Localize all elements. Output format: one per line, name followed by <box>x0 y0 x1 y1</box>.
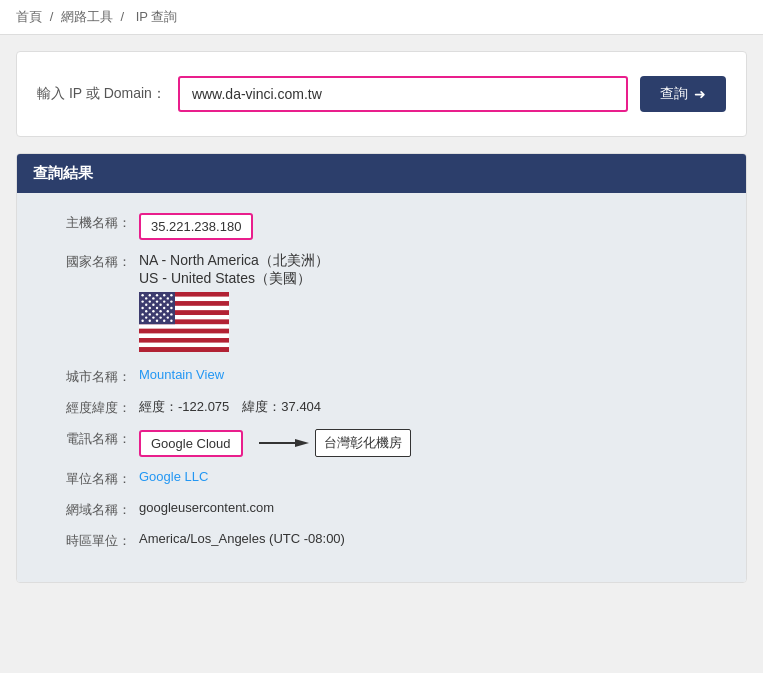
results-body: 主機名稱： 35.221.238.180 國家名稱： NA - North Am… <box>17 193 746 582</box>
domain-row: 網域名稱： googleusercontent.com <box>41 500 722 519</box>
country-text-line2: US - United States（美國） <box>139 270 329 288</box>
svg-rect-10 <box>139 338 229 343</box>
city-label: 城市名稱： <box>41 367 131 386</box>
svg-rect-7 <box>139 324 229 329</box>
svg-point-46 <box>145 316 147 318</box>
arrow-icon <box>259 436 309 450</box>
hostname-value: 35.221.238.180 <box>139 213 253 240</box>
svg-point-51 <box>149 320 151 322</box>
svg-point-53 <box>163 320 165 322</box>
domain-label: 網域名稱： <box>41 500 131 519</box>
coord-row: 經度緯度： 經度：-122.075 緯度：37.404 <box>41 398 722 417</box>
svg-point-35 <box>163 307 165 309</box>
breadcrumb-sep1: / <box>50 9 54 24</box>
svg-marker-56 <box>295 439 309 447</box>
svg-rect-11 <box>139 343 229 348</box>
svg-point-18 <box>170 294 172 296</box>
svg-point-30 <box>159 304 161 306</box>
search-input[interactable] <box>178 76 628 112</box>
svg-point-32 <box>141 307 143 309</box>
svg-point-39 <box>159 310 161 312</box>
us-flag-icon <box>139 292 229 352</box>
svg-point-40 <box>167 310 169 312</box>
svg-point-42 <box>149 313 151 315</box>
svg-point-37 <box>145 310 147 312</box>
svg-point-26 <box>163 300 165 302</box>
svg-rect-8 <box>139 329 229 334</box>
country-text-line1: NA - North America（北美洲） <box>139 252 329 270</box>
svg-point-14 <box>141 294 143 296</box>
coord-label: 經度緯度： <box>41 398 131 417</box>
svg-point-33 <box>149 307 151 309</box>
svg-point-38 <box>152 310 154 312</box>
results-title: 查詢結果 <box>33 164 93 181</box>
timezone-row: 時區單位： America/Los_Angeles (UTC -08:00) <box>41 531 722 550</box>
country-row: 國家名稱： NA - North America（北美洲） US - Unite… <box>41 252 722 355</box>
search-button-label: 查詢 <box>660 85 688 103</box>
search-button[interactable]: 查詢 ➜ <box>640 76 726 112</box>
org-label: 單位名稱： <box>41 469 131 488</box>
svg-point-43 <box>156 313 158 315</box>
breadcrumb-home[interactable]: 首頁 <box>16 9 42 24</box>
search-arrow-icon: ➜ <box>694 86 706 102</box>
search-input-wrap <box>178 76 628 112</box>
svg-point-28 <box>145 304 147 306</box>
svg-point-50 <box>141 320 143 322</box>
breadcrumb-current: IP 查詢 <box>136 9 178 24</box>
svg-point-15 <box>149 294 151 296</box>
svg-point-21 <box>159 297 161 299</box>
org-row: 單位名稱： Google LLC <box>41 469 722 488</box>
svg-point-44 <box>163 313 165 315</box>
svg-point-45 <box>170 313 172 315</box>
svg-point-29 <box>152 304 154 306</box>
telecom-label: 電訊名稱： <box>41 429 131 448</box>
breadcrumb-network[interactable]: 網路工具 <box>61 9 113 24</box>
breadcrumb: 首頁 / 網路工具 / IP 查詢 <box>0 0 763 35</box>
breadcrumb-sep2: / <box>121 9 125 24</box>
svg-point-54 <box>170 320 172 322</box>
search-card: 輸入 IP 或 Domain： 查詢 ➜ <box>16 51 747 137</box>
hostname-label: 主機名稱： <box>41 213 131 232</box>
svg-point-25 <box>156 300 158 302</box>
svg-point-48 <box>159 316 161 318</box>
telecom-value-wrap: Google Cloud 台灣彰化機房 <box>139 429 411 457</box>
svg-point-52 <box>156 320 158 322</box>
domain-value: googleusercontent.com <box>139 500 722 515</box>
coord-value: 經度：-122.075 緯度：37.404 <box>139 398 321 416</box>
svg-point-23 <box>141 300 143 302</box>
telecom-row: 電訊名稱： Google Cloud 台灣彰化機房 <box>41 429 722 457</box>
city-value: Mountain View <box>139 367 224 382</box>
svg-point-49 <box>167 316 169 318</box>
results-header: 查詢結果 <box>17 154 746 193</box>
telecom-box: Google Cloud <box>139 430 243 457</box>
hostname-box: 35.221.238.180 <box>139 213 253 240</box>
hostname-row: 主機名稱： 35.221.238.180 <box>41 213 722 240</box>
annotation-box: 台灣彰化機房 <box>315 429 411 457</box>
annotation-arrow: 台灣彰化機房 <box>259 429 411 457</box>
results-section: 查詢結果 主機名稱： 35.221.238.180 國家名稱： NA - Nor… <box>16 153 747 583</box>
search-label: 輸入 IP 或 Domain： <box>37 85 166 103</box>
org-value: Google LLC <box>139 469 208 484</box>
timezone-label: 時區單位： <box>41 531 131 550</box>
svg-point-27 <box>170 300 172 302</box>
svg-point-31 <box>167 304 169 306</box>
svg-point-36 <box>170 307 172 309</box>
svg-point-22 <box>167 297 169 299</box>
svg-point-47 <box>152 316 154 318</box>
city-row: 城市名稱： Mountain View <box>41 367 722 386</box>
svg-point-41 <box>141 313 143 315</box>
country-value: NA - North America（北美洲） US - United Stat… <box>139 252 329 355</box>
svg-point-19 <box>145 297 147 299</box>
timezone-value: America/Los_Angeles (UTC -08:00) <box>139 531 722 546</box>
svg-point-20 <box>152 297 154 299</box>
svg-point-17 <box>163 294 165 296</box>
svg-rect-12 <box>139 347 229 352</box>
country-label: 國家名稱： <box>41 252 131 271</box>
svg-rect-9 <box>139 333 229 338</box>
svg-point-34 <box>156 307 158 309</box>
svg-point-16 <box>156 294 158 296</box>
svg-point-24 <box>149 300 151 302</box>
